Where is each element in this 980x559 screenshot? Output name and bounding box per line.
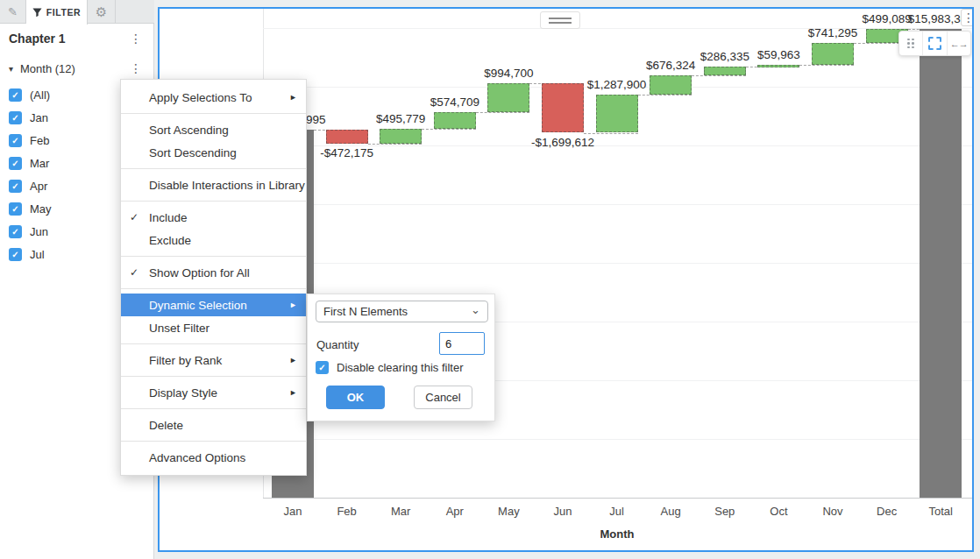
check-icon: ✓ [11,204,18,214]
check-icon: ✓ [11,159,18,168]
menu-item-sort-ascending[interactable]: Sort Ascending [121,118,306,141]
menu-divider [121,376,306,377]
check-icon: ✓ [11,227,18,237]
connector-mar [422,129,476,130]
axis-tick-oct: Oct [752,505,805,518]
quantity-input[interactable] [439,332,485,355]
rectangle-select-icon [928,37,941,50]
menu-item-delete[interactable]: Delete [121,414,306,436]
month-filter-kebab-icon[interactable]: ⋮ [126,62,146,74]
menu-item-include[interactable]: ✓Include [121,206,306,229]
connector-oct [799,65,854,66]
axis-tick-jan: Jan [266,505,319,518]
disable-clearing-row: ✓ Disable clearing this filter [316,361,464,374]
menu-item-unset-filter[interactable]: Unset Filter [121,316,306,339]
axis-tick-jun: Jun [536,505,589,518]
funnel-icon [32,8,42,18]
bar-oct[interactable] [757,65,799,67]
app-window: ✎ FILTER ⚙ Chapter 1 ⋮ ▾ Month (12) ⋮ ✓(… [0,0,980,559]
check-icon: ✓ [130,211,138,223]
bar-total[interactable] [920,29,962,498]
menu-item-label: Sort Ascending [149,124,229,137]
checkbox-checked[interactable]: ✓ [9,88,22,102]
menu-divider [121,288,306,289]
connector-jul [638,95,692,96]
filter-item-label: Apr [30,180,47,193]
menu-divider [121,343,306,344]
disable-clearing-checkbox[interactable]: ✓ [316,361,329,374]
menu-item-display-style[interactable]: Display Style► [121,381,306,404]
menu-item-label: Dynamic Selection [149,299,247,312]
dynamic-selection-dialog: First N Elements ⌄ Quantity ✓ Disable cl… [307,294,495,421]
filter-item-label: Jul [30,248,45,261]
panel-floating-toolbar: ←→ [898,31,971,56]
bar-value-label-mar: $495,779 [348,112,453,125]
menu-item-show-option-for-all[interactable]: ✓Show Option for All [121,261,306,284]
axis-tick-apr: Apr [429,505,481,518]
connector-feb [368,144,423,145]
collapse-triangle-icon[interactable]: ▾ [9,64,13,74]
menu-item-label: Include [149,211,188,224]
group-kebab-icon[interactable]: ⋮ [126,32,146,45]
panel-kebab-button[interactable]: ⋮ [961,9,974,26]
menu-divider [121,441,306,442]
menu-item-sort-descending[interactable]: Sort Descending [121,141,306,164]
menu-item-label: Delete [149,419,183,432]
menu-item-exclude[interactable]: Exclude [121,229,306,251]
bar-mar[interactable] [380,129,422,144]
checkbox-checked[interactable]: ✓ [9,248,22,261]
menu-divider [121,113,306,114]
filter-item-label: Jun [30,225,48,238]
menu-item-label: Sort Descending [149,146,237,159]
resize-horizontal-icon: ←→ [950,39,968,49]
filter-context-menu: Apply Selections To►Sort AscendingSort D… [120,79,307,476]
bar-value-label-feb: -$472,175 [295,146,400,159]
ok-button[interactable]: OK [326,386,385,409]
filter-item-label: Feb [30,134,49,147]
menu-item-disable-interactions-in-library[interactable]: Disable Interactions in Library [121,173,306,196]
menu-item-filter-by-rank[interactable]: Filter by Rank► [121,349,306,371]
menu-item-advanced-options[interactable]: Advanced Options [121,446,306,469]
checkbox-checked[interactable]: ✓ [9,111,22,124]
bar-feb[interactable] [326,130,368,144]
checkbox-checked[interactable]: ✓ [9,225,22,238]
menu-divider [121,408,306,409]
connector-aug [692,75,746,76]
menu-item-apply-selections-to[interactable]: Apply Selections To► [121,86,306,109]
cancel-button[interactable]: Cancel [414,386,472,409]
menu-item-dynamic-selection[interactable]: Dynamic Selection► [121,294,306,316]
filter-item-label: Mar [30,157,49,170]
quantity-label: Quantity [316,338,359,351]
pencil-icon: ✎ [8,5,18,18]
resize-tool-button[interactable]: ←→ [948,32,970,55]
menu-item-label: Exclude [149,234,191,247]
bar-value-label-may: $994,700 [456,67,561,80]
filter-group-title: Chapter 1 [9,32,126,46]
checkbox-checked[interactable]: ✓ [9,202,22,216]
tab-filter[interactable]: FILTER [26,0,88,25]
checkbox-checked[interactable]: ✓ [9,180,22,193]
move-tool-button[interactable] [899,32,923,55]
tab-edit[interactable]: ✎ [0,0,26,24]
rectangle-select-tool-button[interactable] [923,32,947,55]
gridline [263,263,972,264]
filter-item-label: May [30,202,52,216]
panel-drag-handle[interactable] [540,11,580,29]
filter-tab-label: FILTER [46,7,82,18]
bar-value-label-nov: $741,295 [780,26,885,39]
checkbox-checked[interactable]: ✓ [9,134,22,147]
selection-mode-select[interactable]: First N Elements ⌄ [316,301,488,322]
tab-settings[interactable]: ⚙ [88,0,116,24]
drag-dots-icon [907,39,914,49]
checkbox-checked[interactable]: ✓ [9,157,22,170]
axis-tick-nov: Nov [806,505,859,518]
bar-jul[interactable] [596,95,638,132]
menu-item-label: Apply Selections To [149,91,252,104]
connector-jun [584,133,638,134]
submenu-arrow-icon: ► [289,301,297,309]
check-icon: ✓ [11,250,18,259]
check-icon: ✓ [11,113,18,123]
sidebar-tabstrip: ✎ FILTER ⚙ [0,0,154,24]
gridline [263,439,972,440]
bar-value-label-jul: $1,287,900 [565,78,670,91]
